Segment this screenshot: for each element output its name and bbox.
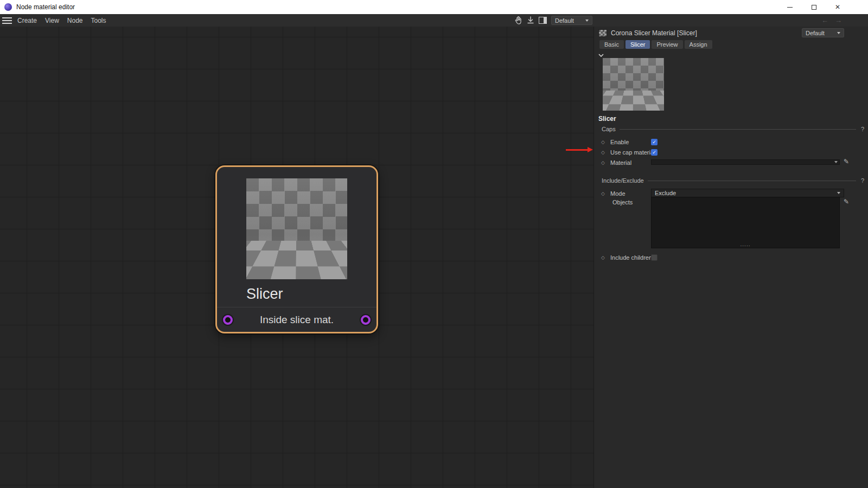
key-diamond-icon[interactable]: ◇	[601, 139, 609, 145]
close-button[interactable]: ✕	[826, 0, 850, 14]
preview-sheen	[246, 178, 347, 279]
key-diamond-icon[interactable]: ◇	[601, 255, 609, 260]
minimize-button[interactable]	[778, 0, 802, 14]
collapse-chevron-icon[interactable]	[598, 52, 604, 58]
hamburger-menu-icon[interactable]	[2, 17, 12, 24]
include-exclude-group-title: Include/Exclude	[598, 177, 644, 184]
panel-preset-dropdown[interactable]: Default	[802, 28, 844, 37]
layout-preset-dropdown[interactable]: Default	[551, 16, 592, 25]
include-children-row: ◇ Include children	[598, 252, 865, 262]
menu-create[interactable]: Create	[17, 17, 37, 24]
maximize-icon	[812, 5, 816, 10]
attribute-panel: Corona Slicer Material [Slicer] Default …	[594, 27, 868, 488]
nav-forward-icon[interactable]: →	[835, 16, 842, 24]
close-icon: ✕	[835, 3, 840, 11]
use-cap-material-label: Use cap material	[610, 149, 655, 156]
maximize-button[interactable]	[802, 0, 826, 14]
minimize-icon	[787, 7, 793, 8]
objects-list-box[interactable]: .....	[651, 197, 840, 248]
input-port[interactable]	[223, 315, 233, 325]
material-name: Corona Slicer Material [Slicer]	[611, 29, 697, 37]
help-icon[interactable]: ?	[860, 177, 865, 184]
node-material-preview	[246, 178, 347, 279]
pan-hand-icon[interactable]	[514, 16, 522, 24]
menu-node[interactable]: Node	[67, 17, 83, 24]
key-diamond-icon[interactable]: ◇	[601, 191, 609, 196]
enable-label: Enable	[610, 139, 629, 145]
history-nav: ← →	[821, 14, 842, 27]
divider	[648, 181, 856, 181]
panel-heading: Slicer	[598, 115, 616, 123]
node-material-editor-window: Node material editor ✕ Create View Node …	[0, 0, 868, 488]
include-children-checkbox[interactable]	[651, 254, 658, 261]
chevron-down-icon	[837, 32, 840, 34]
key-diamond-icon[interactable]: ◇	[601, 160, 609, 165]
enable-row: ◇ Enable ✓	[598, 137, 865, 147]
corona-app-icon	[4, 3, 12, 11]
tab-basic[interactable]: Basic	[599, 40, 624, 49]
material-dropdown[interactable]	[651, 159, 840, 165]
divider	[620, 129, 856, 130]
panel-toggle-icon[interactable]	[539, 17, 547, 24]
caps-group-header[interactable]: Caps ?	[598, 125, 865, 133]
material-row: ◇ Material ✎	[598, 157, 865, 168]
titlebar: Node material editor ✕	[0, 0, 868, 14]
objects-overflow-dots: .....	[652, 241, 839, 247]
tab-preview[interactable]: Preview	[652, 40, 682, 49]
nav-back-icon[interactable]: ←	[821, 16, 828, 24]
node-editor-toolbar: Default	[514, 14, 592, 27]
help-icon[interactable]: ?	[860, 126, 865, 132]
chevron-down-icon	[834, 161, 838, 163]
import-download-icon[interactable]	[527, 16, 534, 24]
menubar: Create View Node Tools Default ← →	[0, 14, 868, 27]
check-icon: ✓	[652, 139, 656, 145]
material-swatch-icon	[598, 29, 607, 37]
window-controls: ✕	[778, 0, 850, 14]
edit-pencil-icon[interactable]: ✎	[844, 198, 849, 206]
include-exclude-group-header[interactable]: Include/Exclude ?	[598, 177, 865, 184]
include-children-label: Include children	[610, 254, 652, 261]
mode-value: Exclude	[655, 190, 676, 196]
use-cap-material-checkbox[interactable]: ✓	[651, 149, 658, 156]
preview-sheen	[603, 58, 664, 111]
menu-tools[interactable]: Tools	[91, 17, 106, 24]
chevron-down-icon	[585, 20, 589, 22]
check-icon: ✓	[652, 149, 656, 156]
key-diamond-icon[interactable]: ◇	[601, 150, 609, 155]
node-title: Slicer	[246, 286, 283, 303]
chevron-down-icon	[837, 192, 840, 194]
edit-pencil-icon[interactable]: ✎	[844, 158, 849, 165]
mode-dropdown[interactable]: Exclude	[651, 189, 844, 197]
panel-tabs: Basic Slicer Preview Assign	[599, 40, 712, 49]
layout-preset-value: Default	[555, 17, 574, 24]
caps-group-title: Caps	[598, 126, 616, 132]
material-preview-thumbnail[interactable]	[603, 58, 664, 111]
tab-slicer[interactable]: Slicer	[626, 40, 650, 49]
menu-view[interactable]: View	[45, 17, 59, 24]
panel-header: Corona Slicer Material [Slicer] Default	[594, 27, 868, 40]
objects-label: Objects	[612, 199, 633, 206]
mode-label: Mode	[610, 190, 626, 197]
use-cap-material-row: ◇ Use cap material ✓	[598, 147, 865, 157]
annotation-arrow-icon	[566, 147, 593, 153]
material-label: Material	[610, 159, 631, 166]
tab-assign[interactable]: Assign	[685, 40, 712, 49]
port-label: Inside slice mat.	[217, 314, 376, 326]
panel-preset-value: Default	[806, 30, 825, 36]
enable-checkbox[interactable]: ✓	[651, 139, 658, 145]
output-port[interactable]	[361, 315, 371, 325]
window-title: Node material editor	[16, 3, 75, 11]
node-port-row: Inside slice mat.	[217, 307, 376, 332]
node-graph-canvas[interactable]: Slicer Inside slice mat.	[0, 27, 594, 488]
slicer-node[interactable]: Slicer Inside slice mat.	[215, 165, 378, 333]
